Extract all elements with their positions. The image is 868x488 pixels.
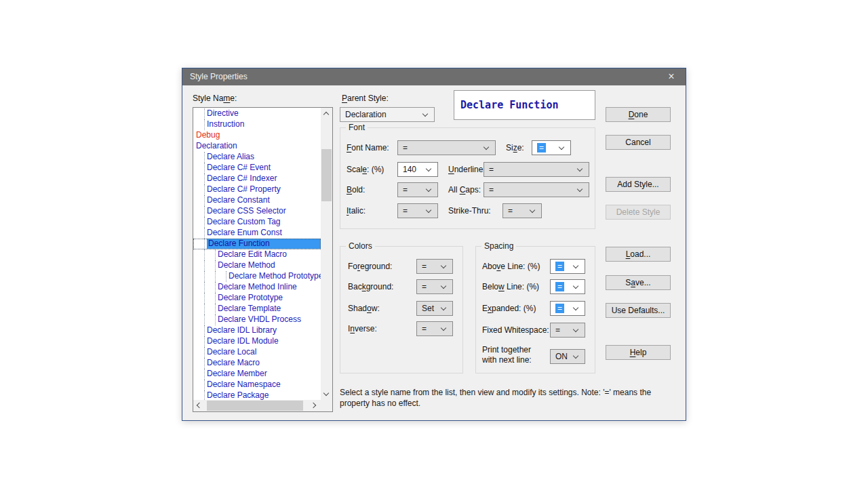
tree-item[interactable]: Declare CSS Selector (193, 206, 321, 217)
tree-indent-guide (204, 314, 205, 325)
underline-select[interactable]: = (484, 162, 589, 177)
tree-item[interactable]: Declare Constant (193, 195, 321, 206)
tree-item[interactable]: Declare Edit Macro (193, 249, 321, 260)
background-label: Background: (348, 282, 393, 291)
load-button[interactable]: Load... (606, 247, 671, 262)
shadow-select[interactable]: Set (416, 301, 453, 316)
tree-item-label: Declare Prototype (193, 293, 283, 303)
chevron-down-icon (420, 110, 431, 121)
tree-item[interactable]: Declare IDL Library (193, 325, 321, 336)
tree-item-label: Declare Local (193, 347, 256, 357)
fixed-whitespace-value: = (555, 325, 560, 335)
cancel-button[interactable]: Cancel (606, 135, 671, 150)
tree-item[interactable]: Declare Method Prototype (193, 271, 321, 282)
tree-item[interactable]: Declare Template (193, 304, 321, 314)
tree-item[interactable]: Declare C# Event (193, 163, 321, 174)
tree-indent-guide (204, 249, 205, 260)
scale-label: Scale: (%) (347, 165, 384, 174)
scroll-left-button[interactable] (193, 400, 205, 411)
tree-item[interactable]: Directive (193, 108, 321, 119)
tree-item[interactable]: Declare Method Inline (193, 282, 321, 293)
style-name-list[interactable]: DirectiveInstructionDebugDeclarationDecl… (193, 107, 333, 412)
tree-item[interactable]: Declare Namespace (193, 380, 321, 390)
scale-value: 140 (403, 165, 416, 174)
parent-style-select[interactable]: Declaration (340, 107, 435, 122)
expanded-label: Expanded: (%) (482, 304, 536, 313)
expanded-combobox[interactable]: = (550, 301, 585, 316)
close-icon[interactable]: × (657, 68, 686, 85)
strike-thru-select[interactable]: = (502, 203, 542, 218)
title-bar[interactable]: Style Properties × (182, 68, 686, 85)
size-combobox[interactable]: = (532, 140, 571, 155)
add-style-button[interactable]: Add Style... (606, 177, 671, 192)
style-name-label: Style Name: (193, 94, 237, 103)
tree-indent-guide (204, 347, 205, 358)
background-select[interactable]: = (416, 279, 453, 294)
foreground-label: Foreground: (348, 262, 392, 271)
tree-indent-guide (215, 282, 216, 293)
tree-indent-guide (215, 260, 216, 271)
chevron-right-icon (311, 403, 316, 408)
vertical-scrollbar-thumb[interactable] (321, 149, 332, 201)
all-caps-value: = (489, 185, 494, 195)
scroll-up-button[interactable] (321, 108, 332, 119)
print-together-label: Print together with next line: (482, 345, 547, 365)
tree-item[interactable]: Declare VHDL Process (193, 314, 321, 325)
horizontal-scrollbar-thumb[interactable] (207, 401, 303, 411)
spacing-group-title: Spacing (481, 241, 516, 251)
scroll-right-button[interactable] (309, 400, 321, 411)
tree-item[interactable]: Instruction (193, 119, 321, 130)
tree-item-label: Declare C# Event (193, 163, 271, 173)
all-caps-select[interactable]: = (484, 182, 589, 197)
tree-item[interactable]: Debug (193, 130, 321, 141)
tree-item[interactable]: Declare Alias (193, 152, 321, 163)
tree-indent-guide (215, 293, 216, 304)
tree-indent-guide (204, 325, 205, 336)
use-defaults-button[interactable]: Use Defaults... (606, 303, 671, 318)
tree-item[interactable]: Declare Package (193, 390, 321, 400)
inverse-value: = (422, 324, 427, 333)
tree-item-label: Declaration (193, 141, 237, 151)
chevron-down-icon (571, 325, 582, 336)
tree-item[interactable]: Declare Prototype (193, 293, 321, 304)
chevron-down-icon (424, 206, 435, 217)
tree-item-label: Declare VHDL Process (193, 314, 301, 325)
below-line-combobox[interactable]: = (550, 279, 585, 294)
tree-item[interactable]: Declare Custom Tag (193, 217, 321, 228)
bold-value: = (403, 185, 408, 195)
help-button[interactable]: Help (606, 345, 671, 360)
above-line-combobox[interactable]: = (550, 259, 585, 274)
tree-item-label: Declare C# Indexer (193, 174, 277, 184)
print-together-select[interactable]: ON (550, 349, 585, 364)
tree-item[interactable]: Declare IDL Module (193, 336, 321, 347)
save-button[interactable]: Save... (606, 275, 671, 290)
tree-item-label: Declare Macro (193, 358, 260, 368)
tree-item[interactable]: Declare Method (193, 260, 321, 271)
done-button[interactable]: Done (606, 107, 671, 122)
tree-item[interactable]: Declare C# Indexer (193, 174, 321, 184)
tree-item[interactable]: Declare Member (193, 369, 321, 380)
inverse-select[interactable]: = (416, 321, 453, 336)
tree-indent-guide (204, 304, 205, 314)
font-name-select[interactable]: = (397, 140, 496, 155)
tree-item-label: Declare IDL Library (193, 325, 277, 336)
foreground-select[interactable]: = (416, 259, 453, 274)
bold-select[interactable]: = (397, 182, 438, 197)
tree-item[interactable]: Declare C# Property (193, 184, 321, 195)
horizontal-scrollbar[interactable] (193, 400, 321, 411)
tree-item[interactable]: Declare Function (193, 239, 321, 249)
tree-item[interactable]: Declaration (193, 141, 321, 152)
tree-item-label: Debug (193, 130, 220, 140)
tree-item[interactable]: Declare Local (193, 347, 321, 358)
tree-item[interactable]: Declare Macro (193, 358, 321, 369)
font-group-title: Font (346, 123, 368, 132)
tree-item[interactable]: Declare Enum Const (193, 228, 321, 239)
vertical-scrollbar[interactable] (321, 108, 332, 400)
below-line-label: Below Line: (%) (482, 282, 539, 291)
tree-indent-guide (215, 271, 216, 282)
foreground-value: = (422, 262, 427, 271)
italic-select[interactable]: = (397, 203, 438, 218)
scroll-down-button[interactable] (321, 388, 332, 400)
scale-combobox[interactable]: 140 (397, 162, 438, 177)
fixed-whitespace-select[interactable]: = (550, 323, 585, 338)
